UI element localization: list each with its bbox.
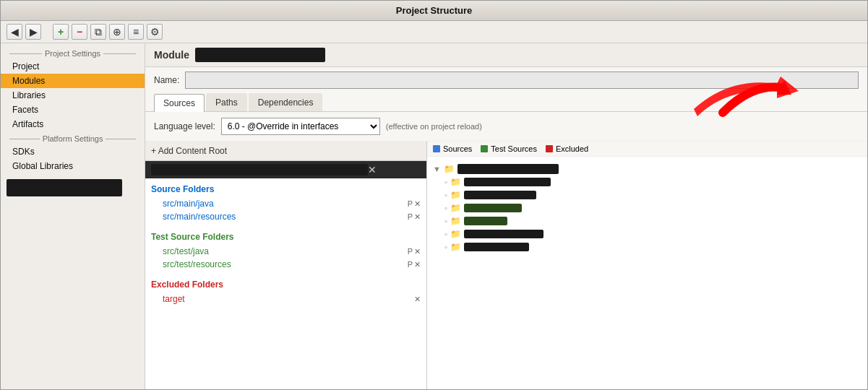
add-button[interactable]: + — [53, 24, 69, 40]
source-folder-remove-1[interactable]: ✕ — [414, 212, 421, 222]
test-source-folder-actions-1: P ✕ — [408, 260, 421, 269]
source-folder-mark-0[interactable]: P — [408, 199, 413, 208]
test-source-folders-section: Test Source Folders src/test/java P ✕ sr… — [145, 226, 426, 274]
add-content-root-button[interactable]: + Add Content Root — [145, 142, 426, 161]
test-source-folder-mark-0[interactable]: P — [408, 247, 413, 256]
legend-excluded-color — [546, 145, 553, 152]
source-folder-mark-1[interactable]: P — [408, 212, 413, 221]
legend-sources-label: Sources — [443, 144, 472, 153]
source-folders-title: Source Folders — [151, 184, 421, 194]
source-folders-section: Source Folders src/main/java P ✕ src/mai… — [145, 178, 426, 226]
tree-node-3[interactable]: ◦ 📁 — [444, 202, 861, 214]
test-source-folder-remove-1[interactable]: ✕ — [414, 260, 421, 269]
source-folder-actions-1: P ✕ — [408, 212, 421, 222]
excluded-folders-title: Excluded Folders — [151, 280, 421, 290]
tree-panel: Sources Test Sources Excluded — [427, 142, 867, 389]
name-label: Name: — [154, 75, 179, 85]
sort-button[interactable]: ≡ — [128, 24, 144, 40]
sidebar: Project Settings Project Modules Librari… — [1, 43, 145, 389]
settings-row: Language level: 6.0 - @Override in inter… — [145, 112, 867, 142]
test-source-folder-path-0: src/test/java — [163, 246, 408, 256]
toolbar: ◀ ▶ + − ⧉ ⊕ ≡ ⚙ — [1, 21, 867, 43]
tab-sources[interactable]: Sources — [154, 94, 205, 112]
excluded-folder-path-0: target — [163, 294, 414, 304]
folder-icon-2: 📁 — [450, 190, 461, 200]
zoom-button[interactable]: ⊕ — [109, 24, 125, 40]
tree-node-2[interactable]: ◦ 📁 — [444, 188, 861, 202]
test-source-folder-item-0: src/test/java P ✕ — [151, 245, 421, 258]
legend-excluded-label: Excluded — [556, 144, 588, 153]
copy-button[interactable]: ⧉ — [90, 24, 106, 40]
test-source-folder-path-1: src/test/resources — [163, 259, 408, 269]
content-root-bar: ✕ — [145, 161, 426, 178]
sidebar-item-facets[interactable]: Facets — [1, 103, 145, 117]
language-level-note: (effective on project reload) — [386, 122, 482, 131]
excluded-folder-item-0: target ✕ — [151, 292, 421, 306]
title-bar: Project Structure — [1, 1, 867, 21]
language-level-label: Language level: — [154, 121, 215, 131]
legend-test-sources-label: Test Sources — [491, 144, 537, 153]
folder-icon-4: 📁 — [450, 216, 461, 226]
test-source-folder-item-1: src/test/resources P ✕ — [151, 258, 421, 271]
legend-sources: Sources — [433, 144, 472, 153]
source-folder-item-1: src/main/resources P ✕ — [151, 210, 421, 223]
source-folder-item-0: src/main/java P ✕ — [151, 197, 421, 210]
legend-sources-color — [433, 145, 440, 152]
tree-node-root[interactable]: ▼ 📁 — [433, 162, 861, 176]
main-content: Project Settings Project Modules Librari… — [1, 43, 867, 389]
main-panel: Module Name: Sources Paths Dependencies — [145, 43, 867, 389]
folder-icon: 📁 — [444, 164, 455, 174]
sidebar-item-project[interactable]: Project — [1, 59, 145, 74]
excluded-folder-actions-0: ✕ — [414, 295, 421, 304]
language-level-select[interactable]: 6.0 - @Override in interfaces — [221, 118, 380, 135]
remove-button[interactable]: − — [72, 24, 87, 40]
tree-legend: Sources Test Sources Excluded — [427, 142, 867, 157]
module-header-label: Module — [154, 49, 189, 61]
tree-content: ▼ 📁 ◦ 📁 ◦ 📁 — [427, 157, 867, 259]
sidebar-item-global-libraries[interactable]: Global Libraries — [1, 159, 145, 173]
folders-panel: + Add Content Root ✕ Source Folders src/… — [145, 142, 427, 389]
platform-settings-section: Platform Settings — [1, 131, 145, 144]
name-input[interactable] — [185, 72, 859, 89]
tree-node-1[interactable]: ◦ 📁 — [444, 176, 861, 188]
test-source-folder-remove-0[interactable]: ✕ — [414, 247, 421, 256]
test-source-folders-title: Test Source Folders — [151, 232, 421, 242]
legend-test-sources-color — [481, 145, 488, 152]
source-folder-path-0: src/main/java — [163, 199, 408, 209]
tree-node-4[interactable]: ◦ 📁 — [444, 214, 861, 228]
content-root-close-button[interactable]: ✕ — [368, 164, 377, 176]
settings-button[interactable]: ⚙ — [147, 24, 163, 40]
legend-test-sources: Test Sources — [481, 144, 537, 153]
project-settings-section: Project Settings — [1, 46, 145, 59]
source-folder-remove-0[interactable]: ✕ — [414, 199, 421, 209]
tabs-row: Sources Paths Dependencies — [145, 93, 867, 112]
back-button[interactable]: ◀ — [7, 24, 22, 40]
sidebar-item-sdks[interactable]: SDKs — [1, 144, 145, 159]
source-folder-actions-0: P ✕ — [408, 199, 421, 209]
sidebar-item-artifacts[interactable]: Artifacts — [1, 117, 145, 131]
window: Project Structure ◀ ▶ + − ⧉ ⊕ ≡ ⚙ Projec… — [0, 0, 868, 390]
folder-icon-1: 📁 — [450, 177, 461, 187]
sidebar-item-modules[interactable]: Modules — [1, 74, 145, 88]
folder-icon-3: 📁 — [450, 203, 461, 213]
legend-excluded: Excluded — [546, 144, 588, 153]
tree-node-6[interactable]: ◦ 📁 — [444, 240, 861, 254]
content-area: + Add Content Root ✕ Source Folders src/… — [145, 142, 867, 389]
excluded-folders-section: Excluded Folders target ✕ — [145, 274, 426, 308]
folder-icon-5: 📁 — [450, 229, 461, 239]
tab-dependencies[interactable]: Dependencies — [249, 93, 323, 111]
test-source-folder-mark-1[interactable]: P — [408, 260, 413, 269]
tree-node-5[interactable]: ◦ 📁 — [444, 228, 861, 240]
tab-paths[interactable]: Paths — [206, 93, 247, 111]
test-source-folder-actions-0: P ✕ — [408, 247, 421, 256]
name-row: Name: — [145, 67, 867, 93]
module-header: Module — [145, 43, 867, 67]
window-title: Project Structure — [396, 5, 472, 16]
forward-button[interactable]: ▶ — [25, 24, 41, 40]
folder-icon-6: 📁 — [450, 242, 461, 252]
excluded-folder-remove-0[interactable]: ✕ — [414, 295, 421, 304]
source-folder-path-1: src/main/resources — [163, 212, 408, 222]
sidebar-item-libraries[interactable]: Libraries — [1, 88, 145, 103]
